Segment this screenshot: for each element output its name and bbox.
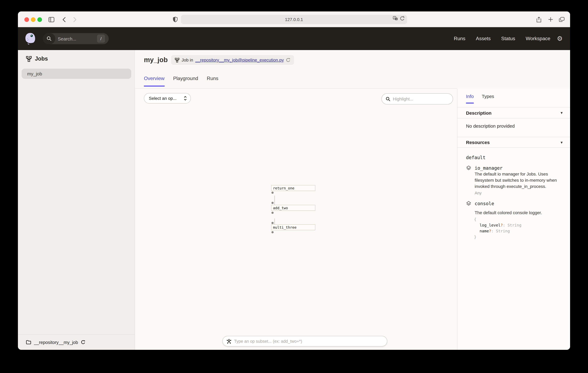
nav-assets[interactable]: Assets [476, 36, 491, 41]
resources-section-header[interactable]: Resources ▼ [457, 137, 570, 148]
nav-status[interactable]: Status [501, 36, 515, 41]
job-tabs: Overview Playground Runs [144, 76, 218, 87]
main-area: my_job Job in __repository__my_job@pipel… [135, 50, 570, 350]
op-subset-icon [226, 339, 232, 344]
op-subset-filter[interactable] [222, 336, 387, 346]
tab-overview[interactable]: Overview [144, 76, 164, 87]
close-window-button[interactable] [24, 17, 29, 22]
svg-text:文: 文 [396, 18, 398, 20]
resource-io-manager: io_manager [466, 165, 503, 171]
dagster-logo[interactable] [24, 32, 37, 45]
reload-icon[interactable] [400, 16, 405, 21]
job-reload-icon[interactable] [286, 58, 290, 62]
description-body: No description provided [466, 123, 515, 129]
resource-group-name: default [466, 155, 485, 160]
graph-canvas[interactable]: Select an op... return_one [135, 89, 457, 350]
output-port [272, 192, 274, 194]
op-node-add-two[interactable]: add_two [271, 205, 315, 211]
content: Jobs my_job __repository__my_job [18, 50, 570, 350]
op-node-return-one[interactable]: return_one [271, 185, 315, 191]
back-icon[interactable] [60, 15, 68, 23]
url-bar[interactable]: 127.0.0.1 A文 [181, 15, 407, 24]
nav-workspace[interactable]: Workspace [526, 36, 550, 41]
search-shortcut-badge: / [97, 35, 105, 43]
job-origin-tag: Job in __repository__my_job@pipeline_exe… [171, 55, 294, 65]
config-field-log-level: log_level?: String [480, 222, 521, 228]
panel-tabs: Info Types [466, 94, 494, 104]
repository-name: __repository__my_job [34, 340, 78, 345]
op-subset-input[interactable] [234, 339, 376, 343]
highlight-search-icon [386, 97, 390, 101]
config-field-name: name?: String [480, 228, 510, 234]
op-selector-dropdown[interactable]: Select an op... [144, 93, 191, 104]
caret-updown-icon [184, 96, 187, 101]
tab-runs[interactable]: Runs [207, 76, 218, 87]
repository-footer[interactable]: __repository__my_job [18, 334, 135, 350]
resource-console: console [466, 201, 494, 207]
page-title: my_job [144, 56, 168, 64]
edge-add-two-multi-three [274, 219, 275, 224]
zoom-window-button[interactable] [37, 17, 42, 22]
sidebar-item-label: my_job [27, 71, 42, 76]
description-section-header[interactable]: Description ▼ [457, 108, 570, 118]
sidebar-jobs-title: Jobs [35, 56, 48, 62]
collapse-caret-icon: ▼ [560, 111, 563, 115]
repository-reload-icon[interactable] [81, 340, 85, 345]
new-tab-icon[interactable] [547, 15, 555, 23]
browser-window: 127.0.0.1 A文 [18, 11, 570, 350]
header-nav: Runs Assets Status Workspace [454, 27, 550, 50]
job-tag-icon [175, 58, 179, 62]
output-port [272, 231, 274, 233]
output-port [272, 212, 274, 214]
op-selector-label: Select an op... [149, 96, 177, 101]
resource-description: The default io manager for Jobs. Uses fi… [475, 171, 567, 189]
nav-runs[interactable]: Runs [454, 36, 465, 41]
app-header: / Runs Assets Status Workspace ⚙ [18, 27, 570, 50]
settings-gear-icon[interactable]: ⚙ [557, 27, 563, 50]
resource-icon [466, 165, 471, 171]
job-origin-link[interactable]: __repository__my_job@pipeline_execution.… [195, 57, 284, 62]
edge-return-one-add-two [274, 196, 275, 205]
panel-tab-info[interactable]: Info [466, 94, 474, 104]
url-text: 127.0.0.1 [285, 17, 303, 22]
svg-text:A: A [394, 17, 395, 19]
op-node-multi-three[interactable]: multi_three [271, 224, 315, 230]
resource-icon [466, 201, 471, 207]
collapse-caret-icon: ▼ [560, 141, 563, 144]
translate-icon[interactable]: A文 [393, 16, 398, 21]
jobs-icon [26, 56, 32, 62]
input-port [272, 222, 274, 224]
privacy-shield-icon[interactable] [171, 15, 179, 23]
info-panel: Info Types Description ▼ No description … [457, 89, 570, 350]
sidebar-toggle-icon[interactable] [47, 15, 55, 23]
resource-description: The default colored console logger. [475, 209, 567, 216]
search-icon [43, 33, 55, 44]
job-tag-prefix: Job in [182, 57, 193, 62]
highlight-search[interactable] [381, 93, 453, 104]
minimize-window-button[interactable] [31, 17, 35, 22]
browser-toolbar: 127.0.0.1 A文 [18, 11, 570, 27]
tab-overview-icon[interactable] [558, 15, 566, 23]
sidebar-jobs-header: Jobs [26, 56, 48, 62]
search-input[interactable] [58, 36, 92, 41]
share-icon[interactable] [535, 15, 543, 23]
sidebar: Jobs my_job __repository__my_job [18, 50, 135, 350]
panel-tab-types[interactable]: Types [482, 94, 494, 104]
folder-icon [26, 340, 31, 345]
global-search[interactable]: / [43, 33, 109, 44]
screen: 127.0.0.1 A文 [0, 0, 588, 373]
job-header: my_job Job in __repository__my_job@pipel… [135, 50, 570, 89]
input-port [272, 202, 274, 204]
resource-type: Any [475, 191, 482, 195]
sidebar-item-my-job[interactable]: my_job [22, 69, 131, 79]
forward-icon[interactable] [71, 15, 79, 23]
tab-playground[interactable]: Playground [173, 76, 198, 87]
highlight-input[interactable] [393, 96, 445, 101]
